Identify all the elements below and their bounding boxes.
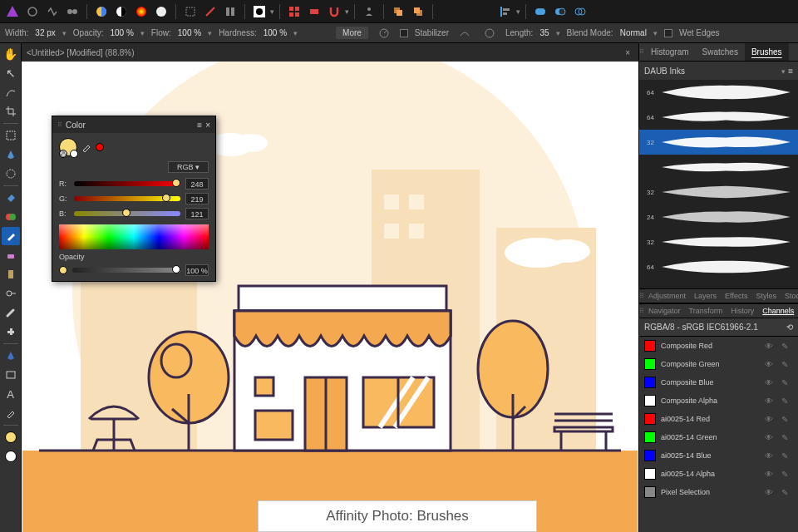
visibility-icon[interactable]: 👁 (765, 470, 776, 479)
color-wheel-2-icon[interactable] (132, 2, 150, 21)
edit-icon[interactable]: ✎ (781, 488, 793, 497)
reset-channels-icon[interactable]: ⟲ (786, 323, 793, 332)
rectangle-tool[interactable] (2, 366, 20, 384)
assistant-icon[interactable] (360, 2, 378, 21)
green-slider[interactable] (74, 196, 180, 201)
green-value[interactable]: 219 (185, 193, 209, 204)
red-slider[interactable] (74, 181, 180, 186)
text-tool[interactable]: A (2, 385, 20, 403)
edit-icon[interactable]: ✎ (781, 342, 793, 351)
tab-brushes[interactable]: Brushes (745, 43, 789, 61)
brush-item[interactable]: 32 (639, 229, 798, 254)
arrange-front-icon[interactable] (389, 2, 407, 21)
persona-develop-icon[interactable] (63, 2, 81, 21)
tab-swatches[interactable]: Swatches (696, 43, 745, 61)
contrast-icon[interactable] (112, 2, 131, 21)
healing-tool[interactable] (2, 323, 20, 341)
length-value[interactable]: 35 (539, 28, 549, 37)
close-document-icon[interactable]: × (622, 48, 633, 57)
channel-row[interactable]: ai0025-14 Blue 👁 ✎ (639, 446, 798, 465)
color-mode-dropdown[interactable]: RGB ▾ (168, 161, 209, 173)
visibility-icon[interactable]: 👁 (765, 415, 776, 424)
width-value[interactable]: 32 px (35, 28, 55, 37)
smudge-tool[interactable] (2, 303, 20, 322)
channel-row[interactable]: ai0025-14 Alpha 👁 ✎ (639, 465, 798, 483)
move-tool[interactable]: ↖ (2, 64, 20, 82)
brush-item[interactable]: 32 (639, 130, 798, 155)
selection-diag-icon[interactable] (201, 2, 219, 21)
blend-value[interactable]: Normal (620, 28, 647, 37)
channel-row[interactable]: Composite Blue 👁 ✎ (639, 373, 798, 392)
align-left-icon[interactable] (496, 2, 515, 21)
tab-channels[interactable]: Channels (758, 307, 798, 315)
flow-value[interactable]: 100 % (178, 28, 201, 37)
rope-mode-icon[interactable] (456, 24, 474, 42)
marquee-tool[interactable] (2, 126, 20, 145)
boolean-subtract-icon[interactable] (551, 2, 569, 21)
arrange-back-icon[interactable] (409, 2, 427, 21)
visibility-icon[interactable]: 👁 (765, 488, 776, 497)
pen-tool[interactable] (2, 347, 20, 365)
edit-icon[interactable]: ✎ (781, 397, 793, 406)
tab-adjustment[interactable]: Adjustment (644, 292, 690, 300)
close-icon[interactable]: × (205, 121, 210, 130)
brush-item[interactable]: 24 (639, 204, 798, 229)
blue-value[interactable]: 121 (185, 208, 209, 219)
snap-pixel-icon[interactable] (305, 2, 323, 21)
flood-select-tool[interactable] (2, 145, 20, 164)
edit-icon[interactable]: ✎ (781, 470, 793, 479)
channel-row[interactable]: Composite Green 👁 ✎ (639, 355, 798, 373)
brush-item[interactable]: 64 (639, 254, 798, 279)
brush-item[interactable]: 64 (639, 105, 798, 130)
color-panel-titlebar[interactable]: ⠿ Color ≡ × (52, 116, 215, 133)
tab-stock[interactable]: Stock (781, 292, 798, 300)
visibility-icon[interactable]: 👁 (765, 342, 776, 351)
visibility-icon[interactable]: 👁 (765, 451, 776, 461)
opacity-slider[interactable] (72, 268, 180, 273)
panel-menu-icon[interactable]: ≡ (197, 121, 202, 130)
tab-layers[interactable]: Layers (690, 292, 721, 300)
boolean-intersect-icon[interactable] (571, 2, 589, 21)
edit-icon[interactable]: ✎ (781, 451, 793, 461)
visibility-icon[interactable]: 👁 (765, 397, 776, 406)
channel-row[interactable]: Pixel Selection 👁 ✎ (639, 483, 798, 501)
panel-menu-icon[interactable]: ≡ (788, 66, 793, 76)
channel-row[interactable]: ai0025-14 Red 👁 ✎ (639, 410, 798, 428)
width-dd[interactable]: ▾ (62, 29, 66, 37)
blue-slider[interactable] (74, 211, 180, 216)
opacity-value[interactable]: 100 % (185, 264, 209, 276)
crop-tool[interactable] (2, 102, 20, 121)
hand-tool[interactable]: ✋ (2, 45, 20, 63)
color-wheel-1-icon[interactable] (92, 2, 111, 21)
tab-history[interactable]: History (727, 307, 758, 315)
edit-icon[interactable]: ✎ (781, 415, 793, 424)
snap-grid-icon[interactable] (285, 2, 303, 21)
gradient-tool[interactable] (2, 208, 20, 226)
channel-row[interactable]: Composite Alpha 👁 ✎ (639, 392, 798, 410)
channel-row[interactable]: Composite Red 👁 ✎ (639, 337, 798, 355)
brush-item[interactable]: 32 (639, 180, 798, 204)
erase-tool[interactable] (2, 246, 20, 264)
tertiary-swatch[interactable] (96, 143, 104, 151)
dodge-tool[interactable] (2, 284, 20, 303)
pressure-icon[interactable] (375, 24, 393, 42)
tab-histogram[interactable]: Histogram (644, 43, 696, 61)
node-tool[interactable] (2, 83, 20, 101)
brush-item[interactable] (639, 155, 798, 180)
edit-icon[interactable]: ✎ (781, 360, 793, 369)
eyedropper-icon[interactable] (81, 141, 92, 153)
eyedropper-tool[interactable] (2, 404, 20, 422)
document-title[interactable]: <Untitled> [Modified] (88.8%) (27, 48, 135, 57)
spectrum-picker[interactable] (59, 224, 209, 249)
visibility-icon[interactable]: 👁 (765, 433, 776, 442)
flood-fill-tool[interactable] (2, 189, 20, 207)
edit-icon[interactable]: ✎ (781, 378, 793, 387)
boolean-add-icon[interactable] (531, 2, 549, 21)
tab-transform[interactable]: Transform (685, 307, 727, 315)
persona-liquify-icon[interactable] (43, 2, 62, 21)
stabilizer-check[interactable] (400, 29, 408, 37)
magnet-icon[interactable] (325, 2, 343, 21)
paint-brush-tool[interactable] (2, 227, 20, 245)
channel-row[interactable]: ai0025-14 Green 👁 ✎ (639, 428, 798, 446)
clone-tool[interactable] (2, 265, 20, 283)
